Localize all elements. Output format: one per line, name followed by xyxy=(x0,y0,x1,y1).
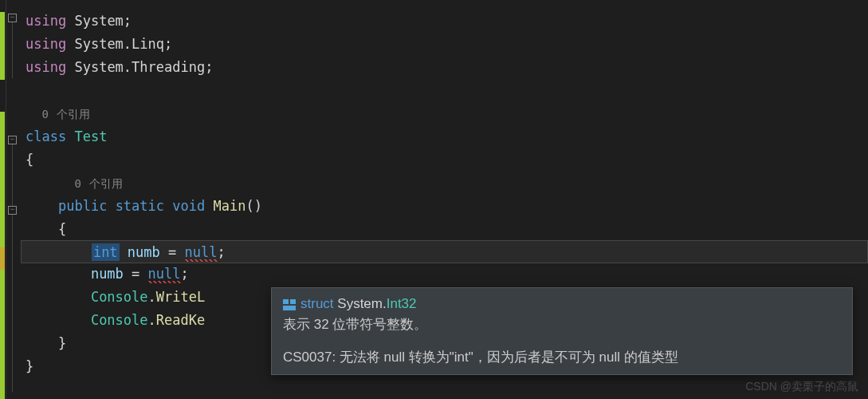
current-line[interactable]: int numb = null; xyxy=(21,240,868,263)
error-token: null xyxy=(185,244,218,262)
svg-rect-1 xyxy=(290,299,296,304)
code-lens[interactable]: 0 个引用 xyxy=(21,172,868,195)
error-token: null xyxy=(148,266,181,283)
blank-line[interactable] xyxy=(21,79,868,102)
code-line[interactable]: { xyxy=(21,218,868,241)
fold-toggle-icon[interactable] xyxy=(8,136,17,144)
fold-toggle-icon[interactable] xyxy=(8,206,17,215)
keyword: using xyxy=(26,13,66,29)
keyword: class xyxy=(26,128,66,144)
watermark: CSDN @卖栗子的高鼠 xyxy=(745,380,858,394)
keyword: using xyxy=(26,36,66,52)
code-lens[interactable]: 0 个引用 xyxy=(21,102,868,125)
code-line[interactable]: public static void Main() xyxy=(21,195,868,218)
code-line[interactable]: using System.Linq; xyxy=(21,33,868,56)
struct-icon xyxy=(283,299,296,310)
quickinfo-tooltip: struct System.Int32 表示 32 位带符号整数。 CS0037… xyxy=(271,287,853,375)
tooltip-signature: struct System.Int32 xyxy=(283,296,841,312)
code-line[interactable]: numb = null; xyxy=(21,263,868,286)
fold-toggle-icon[interactable] xyxy=(8,14,17,22)
fold-column xyxy=(6,0,21,399)
tooltip-error: CS0037: 无法将 null 转换为"int"，因为后者是不可为 null … xyxy=(283,348,841,366)
svg-rect-2 xyxy=(283,306,296,310)
code-line[interactable]: class Test xyxy=(21,125,868,148)
code-line[interactable]: using System.Threading; xyxy=(21,56,868,79)
keyword: using xyxy=(26,59,66,75)
svg-rect-0 xyxy=(283,299,289,304)
code-line[interactable]: using System; xyxy=(21,10,868,33)
method-name: Main xyxy=(214,198,246,214)
namespace: System xyxy=(74,13,123,29)
tooltip-description: 表示 32 位带符号整数。 xyxy=(283,315,841,334)
code-line[interactable]: { xyxy=(21,148,868,172)
selected-type: int xyxy=(92,243,120,261)
change-gutter xyxy=(0,0,6,399)
class-name: Test xyxy=(74,128,107,144)
